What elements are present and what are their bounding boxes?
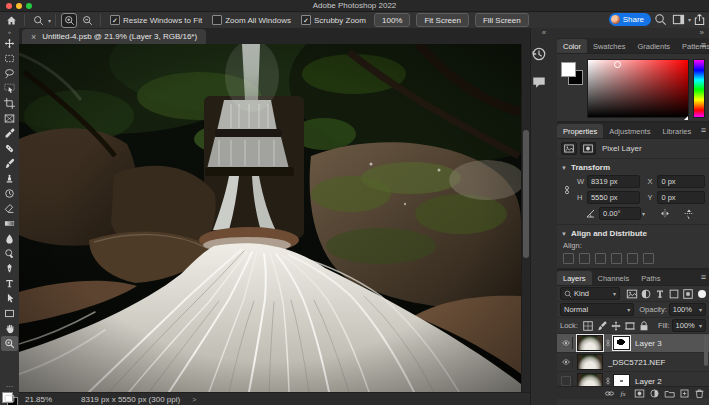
align-bottom-icon[interactable] — [643, 253, 654, 264]
crop-tool[interactable] — [1, 96, 18, 111]
gradient-tool[interactable] — [1, 216, 18, 231]
rectangle-tool[interactable] — [1, 306, 18, 321]
rotation-field[interactable]: 0.00° — [599, 207, 641, 220]
layer-mask-chip-icon[interactable] — [580, 142, 596, 155]
brush-tool[interactable] — [1, 156, 18, 171]
align-center-icon[interactable] — [579, 253, 590, 264]
transform-section-header[interactable]: ▼ Transform — [557, 159, 709, 174]
tab-properties[interactable]: Properties — [557, 124, 603, 138]
color-field[interactable] — [587, 59, 689, 118]
edit-toolbar-icon[interactable]: … — [1, 380, 18, 389]
checkbox-checked-icon[interactable]: ✓ — [110, 15, 120, 25]
layer-mask-thumbnail[interactable] — [613, 336, 630, 350]
eyedropper-tool[interactable] — [1, 126, 18, 141]
link-layers-icon[interactable] — [604, 388, 615, 399]
align-top-icon[interactable] — [611, 253, 622, 264]
dodge-tool[interactable] — [1, 246, 18, 261]
export-icon[interactable] — [693, 13, 706, 26]
move-tool[interactable] — [1, 36, 18, 51]
collapse-panels-icon[interactable]: » — [700, 28, 704, 38]
visibility-toggle[interactable] — [559, 337, 573, 349]
flip-vertical-icon[interactable] — [683, 208, 695, 219]
home-icon[interactable] — [4, 14, 18, 27]
fit-screen-button[interactable]: Fit Screen — [416, 13, 468, 27]
workspace-icon[interactable] — [672, 13, 685, 26]
chevron-down-icon[interactable]: ▾ — [642, 210, 645, 217]
align-right-icon[interactable] — [595, 253, 606, 264]
history-icon[interactable] — [531, 46, 547, 62]
document-tab[interactable]: × Untitled-4.psb @ 21.9% (Layer 3, RGB/1… — [22, 29, 206, 44]
clone-stamp-tool[interactable] — [1, 171, 18, 186]
object-selection-tool[interactable] — [1, 81, 18, 96]
type-filter-icon[interactable] — [654, 288, 666, 300]
hue-slider[interactable] — [693, 59, 705, 118]
tab-swatches[interactable]: Swatches — [587, 39, 632, 53]
panel-menu-icon[interactable]: ≡ — [701, 273, 706, 282]
panel-menu-icon[interactable]: ≡ — [701, 126, 706, 135]
lock-artboard-icon[interactable] — [624, 320, 636, 332]
adjustment-filter-icon[interactable] — [640, 288, 652, 300]
fill-screen-button[interactable]: Fill Screen — [475, 13, 529, 27]
tab-layers[interactable]: Layers — [557, 271, 592, 285]
hand-tool[interactable] — [1, 321, 18, 336]
x-field[interactable]: 0 px — [657, 175, 705, 188]
lock-all-icon[interactable] — [638, 320, 650, 332]
status-chevron-icon[interactable]: > — [192, 396, 196, 403]
pixel-filter-icon[interactable] — [626, 288, 638, 300]
new-layer-icon[interactable] — [679, 388, 690, 399]
layer-name[interactable]: Layer 3 — [635, 339, 662, 348]
visibility-toggle[interactable] — [559, 356, 573, 368]
opacity-field[interactable]: 100%▾ — [669, 303, 706, 316]
layer-thumbnail[interactable] — [577, 354, 603, 370]
layer-row[interactable]: Layer 3 — [557, 334, 709, 353]
fill-field[interactable]: 100%▾ — [672, 319, 706, 332]
layer-name[interactable]: Layer 2 — [635, 377, 662, 386]
toolbar-collapse-icon[interactable]: » — [0, 28, 19, 36]
layer-row[interactable]: _DSC5721.NEF — [557, 353, 709, 372]
canvas-vertical-scrollbar[interactable] — [521, 44, 530, 392]
checkbox-resize-windows-to-fit[interactable]: ✓Resize Windows to Fit — [110, 15, 202, 25]
checkbox-zoom-all-windows[interactable]: Zoom All Windows — [212, 15, 291, 25]
align-section-header[interactable]: ▼ Align and Distribute — [557, 225, 709, 240]
tab-gradients[interactable]: Gradients — [631, 39, 676, 53]
status-zoom-field[interactable]: 21.85% — [25, 395, 63, 404]
healing-brush-tool[interactable] — [1, 141, 18, 156]
marquee-tool[interactable] — [1, 51, 18, 66]
100--button[interactable]: 100% — [374, 13, 410, 27]
tab-color[interactable]: Color — [557, 39, 587, 53]
delete-layer-icon[interactable] — [694, 388, 705, 399]
screen-mode-icon[interactable] — [3, 393, 16, 404]
blur-tool[interactable] — [1, 231, 18, 246]
layers-scrollbar-thumb[interactable] — [704, 336, 708, 366]
y-field[interactable]: 0 px — [657, 191, 705, 204]
zoom-tool[interactable] — [1, 336, 18, 351]
width-field[interactable]: 8319 px — [587, 175, 641, 188]
adjustment-layer-icon[interactable] — [649, 388, 660, 399]
expand-dock-icon[interactable]: « — [531, 28, 557, 38]
type-tool[interactable] — [1, 276, 18, 291]
layer-mask-icon[interactable] — [634, 388, 645, 399]
panel-menu-icon[interactable]: ≡ — [701, 41, 706, 50]
zoom-tool-preset-icon[interactable] — [31, 14, 45, 27]
zoom-in-button[interactable] — [62, 14, 76, 27]
mask-link-icon[interactable] — [604, 337, 612, 349]
lock-transparent-icon[interactable] — [582, 320, 594, 332]
layer-name[interactable]: _DSC5721.NEF — [608, 358, 665, 367]
frame-tool[interactable] — [1, 111, 18, 126]
filter-kind-dropdown[interactable]: Kind▾ — [560, 287, 620, 300]
search-icon[interactable] — [654, 13, 667, 26]
layer-thumbnail[interactable] — [577, 335, 603, 351]
layer-group-icon[interactable] — [664, 388, 675, 399]
document-canvas[interactable] — [19, 44, 521, 392]
pixel-layer-icon[interactable] — [561, 142, 577, 155]
eraser-tool[interactable] — [1, 201, 18, 216]
foreground-color-swatch[interactable] — [561, 62, 576, 77]
history-brush-tool[interactable] — [1, 186, 18, 201]
close-tab-icon[interactable]: × — [31, 32, 36, 42]
checkbox-scrubby-zoom[interactable]: ✓Scrubby Zoom — [301, 15, 366, 25]
lasso-tool[interactable] — [1, 66, 18, 81]
tab-adjustments[interactable]: Adjustments — [603, 124, 656, 138]
smart-object-filter-icon[interactable] — [682, 288, 694, 300]
blend-mode-dropdown[interactable]: Normal▾ — [560, 303, 634, 316]
share-button[interactable]: Share — [609, 13, 651, 26]
